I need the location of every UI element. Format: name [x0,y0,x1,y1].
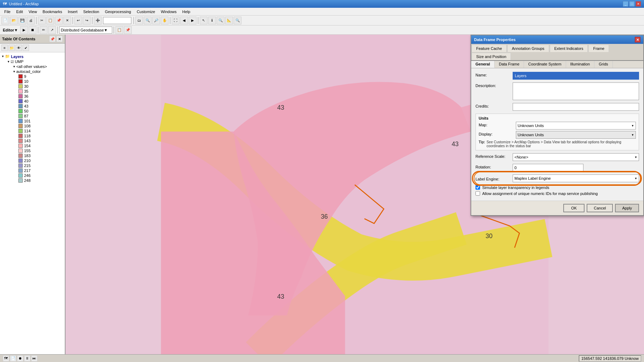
tab-extent-indicators[interactable]: Extent Indicators [550,45,588,52]
tab-frame[interactable]: Frame [588,45,609,52]
toc-item[interactable]: 215 [0,163,65,168]
name-input[interactable] [513,72,639,80]
map-area[interactable]: 43 43 36 30 43 43 Data Frame Properties … [65,35,644,354]
toc-item[interactable]: 210 [0,158,65,163]
map-nav-btn5[interactable]: ⏭ [31,355,38,362]
menu-help[interactable]: Help [179,9,193,15]
map-nav-btn1[interactable]: 🗺 [3,355,9,362]
toc-item[interactable]: 154 [0,143,65,148]
full-extent-button[interactable]: ⛶ [172,17,179,24]
undo-button[interactable]: ↩ [74,17,82,24]
zoom-out-button[interactable]: 🔎 [152,17,160,24]
credits-input[interactable] [513,103,639,111]
reshape-tool[interactable]: ↗ [48,26,56,34]
menu-geoprocessing[interactable]: Geoprocessing [102,9,134,15]
save-button[interactable]: 💾 [18,17,26,24]
toc-vis-view[interactable]: 👁 [16,45,22,51]
new-button[interactable]: 📄 [1,17,9,24]
menu-file[interactable]: File [1,9,13,15]
toc-item[interactable]: 40 [0,99,65,104]
toc-item[interactable]: 30 [0,84,65,89]
toc-item[interactable]: 50 [0,109,65,114]
toc-source-view[interactable]: 📁 [8,45,15,51]
simulate-checkbox[interactable] [475,185,480,190]
measure-button[interactable]: 📐 [225,17,233,24]
ok-button[interactable]: OK [563,204,585,212]
tab-feature-cache[interactable]: Feature Cache [472,45,507,52]
tab-grids[interactable]: Grids [594,61,612,68]
tab-size-position[interactable]: Size and Position [472,53,511,60]
maximize-button[interactable]: □ [629,1,635,7]
apply-button[interactable]: Apply [615,204,639,212]
toc-item[interactable]: 87 [0,114,65,119]
select-button[interactable]: ↖ [200,17,207,24]
edit-btn3[interactable]: 📌 [124,26,132,34]
identify-button[interactable]: ℹ [208,17,216,24]
toc-item[interactable]: 36 [0,94,65,99]
edit-stop-btn[interactable]: ⏹ [29,26,36,34]
edit-play-btn[interactable]: ▶ [20,26,28,34]
toc-item[interactable]: 35 [0,89,65,94]
toc-close-button[interactable]: ✕ [56,36,63,42]
toc-item[interactable]: 10 [0,79,65,84]
toc-item[interactable]: 217 [0,168,65,173]
menu-customize[interactable]: Customize [134,9,158,15]
dialog-close-button[interactable]: ✕ [635,37,640,42]
geodatabase-dropdown[interactable]: Distributed Geodatabase▼ [59,27,112,34]
edit-btn2[interactable]: 📋 [115,26,123,34]
display-units-dropdown[interactable]: Unknown Units ▼ [516,131,636,139]
toc-item[interactable]: 248 [0,178,65,183]
tab-illumination[interactable]: Illumination [566,61,595,68]
menu-selection[interactable]: Selection [80,9,102,15]
ump-checkbox[interactable]: ☑ [11,60,14,64]
toc-item[interactable]: 9 [0,74,65,79]
cancel-button[interactable]: Cancel [587,204,613,212]
toc-item[interactable]: 108 [0,123,65,128]
arc-catalog-button[interactable]: 🗂 [135,17,143,24]
add-data-button[interactable]: ➕ [94,17,102,24]
open-button[interactable]: 📂 [10,17,18,24]
find-button[interactable]: 🔍 [217,17,224,24]
paste-button[interactable]: 📌 [55,17,63,24]
search-button[interactable]: 🔍 [234,17,241,24]
toc-list-view[interactable]: ≡ [1,45,8,51]
toc-item[interactable]: 101 [0,119,65,123]
rotation-input[interactable] [513,164,583,172]
pan-button[interactable]: ✋ [161,17,169,24]
toc-item[interactable]: 43 [0,104,65,109]
menu-insert[interactable]: Insert [65,9,80,15]
redo-button[interactable]: ↪ [83,17,91,24]
toc-all-other[interactable]: ▼ <all other values> [0,64,65,69]
label-engine-dropdown[interactable]: Maplex Label Engine ▼ [513,174,639,182]
print-button[interactable]: 🖨 [27,17,35,24]
description-input[interactable] [513,82,639,100]
toc-pin-button[interactable]: 📌 [49,36,56,42]
toc-ump[interactable]: ▼ ☑ UMP [0,59,65,64]
toc-sel-view[interactable]: ✔ [23,45,29,51]
menu-view[interactable]: View [26,9,40,15]
map-units-dropdown[interactable]: Unknown Units ▼ [516,122,636,130]
toc-item[interactable]: 155 [0,148,65,153]
map-nav-btn3[interactable]: ⏺ [17,355,23,362]
cut-button[interactable]: ✂ [38,17,46,24]
menu-bookmarks[interactable]: Bookmarks [40,9,65,15]
tab-data-frame[interactable]: Data Frame [495,61,524,68]
forward-extent-button[interactable]: ▶ [189,17,196,24]
toc-item[interactable]: 114 [0,128,65,133]
tab-coord-system[interactable]: Coordinate System [524,61,566,68]
toc-item[interactable]: 118 [0,133,65,138]
copy-button[interactable]: 📋 [46,17,54,24]
map-nav-btn2[interactable]: 📄 [10,355,16,362]
tab-general[interactable]: General [471,61,495,68]
back-extent-button[interactable]: ◀ [180,17,188,24]
reference-scale-dropdown[interactable]: <None> ▼ [513,153,639,161]
toc-item[interactable]: 246 [0,173,65,178]
unique-ids-checkbox[interactable] [475,191,480,196]
toc-layers-group[interactable]: ▼ 📁 Layers [0,54,65,59]
delete-button[interactable]: ✕ [63,17,71,24]
sketch-tool[interactable]: ✏ [40,26,47,34]
toc-item[interactable]: 143 [0,138,65,143]
zoom-in-button[interactable]: 🔍 [144,17,152,24]
close-button[interactable]: ✕ [636,1,641,7]
menu-windows[interactable]: Windows [158,9,179,15]
